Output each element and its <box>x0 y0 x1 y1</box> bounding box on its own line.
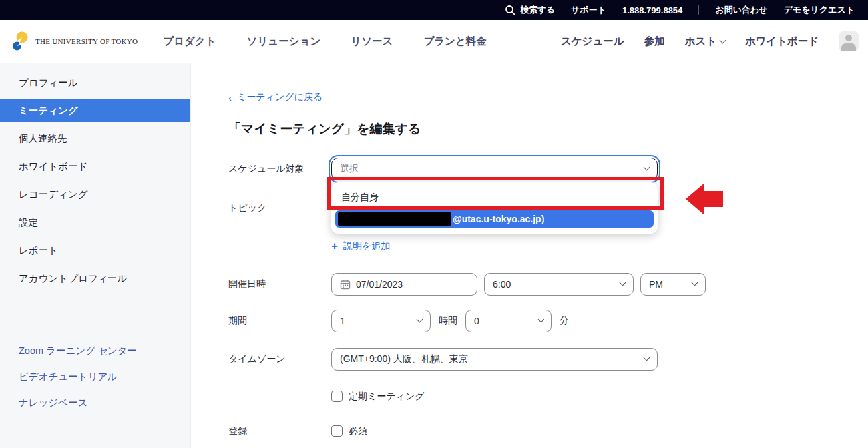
duration-hours-value: 1 <box>340 316 345 326</box>
duration-hours-select[interactable]: 1 <box>331 310 431 332</box>
recurring-row: 定期ミーティング <box>228 391 868 403</box>
schedule-for-value: 選択 <box>340 163 359 175</box>
chevron-down-icon <box>417 316 423 323</box>
chevron-down-icon <box>644 164 650 171</box>
sidebar-item-recordings[interactable]: レコーディング <box>0 183 190 206</box>
ampm-select[interactable]: PM <box>640 273 706 296</box>
registration-row: 登録 必須 <box>228 425 868 437</box>
hours-unit-label: 時間 <box>439 315 457 327</box>
nav-actions: スケジュール 参加 ホスト ホワイトボード <box>561 31 859 51</box>
topbar-link-request-demo[interactable]: デモをリクエスト <box>784 4 855 16</box>
duration-row: 期間 1 時間 0 分 <box>228 310 868 332</box>
nav-action-whiteboard[interactable]: ホワイトボード <box>745 35 819 49</box>
sidebar-item-profile[interactable]: プロフィール <box>0 71 190 94</box>
logo-text: THE UNIVERSITY OF TOKYO <box>35 37 138 45</box>
nav-action-host-label: ホスト <box>685 35 717 49</box>
sidebar-divider <box>17 326 54 326</box>
chevron-down-icon <box>692 280 698 286</box>
calendar-icon <box>340 279 351 290</box>
search-label: 検索する <box>520 4 555 16</box>
dropdown-option-user[interactable]: @utac.u-tokyo.ac.jp) <box>335 210 654 228</box>
redacted-name-box <box>338 212 451 226</box>
sidebar-item-personal-contacts[interactable]: 個人連絡先 <box>0 127 190 150</box>
nav-link-resources[interactable]: リソース <box>351 35 393 49</box>
chevron-left-icon: ‹ <box>228 93 232 103</box>
time-select[interactable]: 6:00 <box>484 273 634 296</box>
university-logo[interactable]: THE UNIVERSITY OF TOKYO <box>11 31 138 52</box>
topbar-phone[interactable]: 1.888.799.8854 <box>622 5 682 15</box>
topbar-link-support[interactable]: サポート <box>571 4 606 16</box>
recurring-checkbox[interactable] <box>331 391 343 402</box>
nav-action-schedule[interactable]: スケジュール <box>561 35 624 49</box>
sidebar-link-knowledge-base[interactable]: ナレッジベース <box>0 397 190 409</box>
schedule-for-row: スケジュール対象 選択 自分自身 @utac.u-tokyo.ac.jp) <box>228 158 868 180</box>
nav-link-plans-pricing[interactable]: プランと料金 <box>423 35 486 49</box>
timezone-row: タイムゾーン (GMT+9:00) 大阪、札幌、東京 <box>228 348 868 371</box>
sidebar-link-video-tutorials[interactable]: ビデオチュートリアル <box>0 371 190 383</box>
when-label: 開催日時 <box>228 278 331 290</box>
sidebar-item-settings[interactable]: 設定 <box>0 211 190 234</box>
top-utility-bar: 検索する サポート 1.888.799.8854 お問い合わせ デモをリクエスト <box>0 0 868 20</box>
chevron-down-icon <box>644 355 650 361</box>
time-value: 6:00 <box>493 279 511 290</box>
sidebar-item-meetings[interactable]: ミーティング <box>0 99 190 122</box>
duration-label: 期間 <box>228 315 331 327</box>
chevron-down-icon <box>538 316 544 323</box>
date-value: 07/01/2023 <box>356 279 403 290</box>
back-to-meetings-link[interactable]: ‹ ミーティングに戻る <box>228 91 322 103</box>
back-link-label: ミーティングに戻る <box>237 91 322 103</box>
schedule-for-select[interactable]: 選択 <box>331 158 658 180</box>
recurring-label: 定期ミーティング <box>349 391 425 403</box>
add-description-row: + 説明を追加 <box>228 240 868 252</box>
search-button[interactable]: 検索する <box>505 4 555 16</box>
primary-nav: プロダクト ソリューション リソース プランと料金 <box>163 35 487 49</box>
add-description-link[interactable]: + 説明を追加 <box>331 240 390 252</box>
timezone-label: タイムゾーン <box>228 353 331 365</box>
main-content: ‹ ミーティングに戻る 「マイミーティング」を編集する スケジュール対象 選択 … <box>191 63 868 448</box>
sidebar-item-reports[interactable]: レポート <box>0 239 190 262</box>
schedule-for-dropdown: 自分自身 @utac.u-tokyo.ac.jp) <box>331 182 658 234</box>
schedule-for-label: スケジュール対象 <box>228 163 331 175</box>
duration-minutes-select[interactable]: 0 <box>465 310 552 332</box>
registration-required-checkbox[interactable] <box>331 425 343 437</box>
add-description-label: 説明を追加 <box>343 240 390 252</box>
edit-meeting-form: スケジュール対象 選択 自分自身 @utac.u-tokyo.ac.jp) <box>228 158 868 437</box>
nav-action-host[interactable]: ホスト <box>685 35 726 49</box>
duration-minutes-value: 0 <box>474 316 479 326</box>
user-avatar[interactable] <box>839 31 859 51</box>
topbar-link-contact[interactable]: お問い合わせ <box>715 4 767 16</box>
plus-icon: + <box>331 240 338 252</box>
ginkgo-leaf-icon <box>11 31 31 52</box>
dropdown-option-myself[interactable]: 自分自身 <box>331 188 658 208</box>
topic-label: トピック <box>228 202 331 214</box>
topbar-divider <box>698 5 699 15</box>
nav-link-solutions[interactable]: ソリューション <box>247 35 321 49</box>
sidebar-item-whiteboard[interactable]: ホワイトボード <box>0 155 190 178</box>
chevron-down-icon <box>720 37 726 43</box>
date-input[interactable]: 07/01/2023 <box>331 273 477 296</box>
when-row: 開催日時 07/01/2023 6:00 <box>228 273 868 296</box>
registration-required-label: 必須 <box>349 425 367 437</box>
timezone-select[interactable]: (GMT+9:00) 大阪、札幌、東京 <box>331 348 658 371</box>
chevron-down-icon <box>620 280 626 286</box>
user-email-suffix: @utac.u-tokyo.ac.jp) <box>453 214 544 224</box>
main-navbar: THE UNIVERSITY OF TOKYO プロダクト ソリューション リソ… <box>0 20 868 63</box>
ampm-value: PM <box>649 279 663 290</box>
sidebar-item-account-profile[interactable]: アカウントプロフィール <box>0 267 190 290</box>
minutes-unit-label: 分 <box>560 315 569 327</box>
timezone-value: (GMT+9:00) 大阪、札幌、東京 <box>340 353 468 365</box>
sidebar: プロフィール ミーティング 個人連絡先 ホワイトボード レコーディング 設定 レ… <box>0 63 191 448</box>
nav-action-join[interactable]: 参加 <box>644 35 665 49</box>
search-icon <box>505 5 516 16</box>
nav-link-products[interactable]: プロダクト <box>163 35 216 49</box>
sidebar-link-learning-center[interactable]: Zoom ラーニング センター <box>0 345 190 357</box>
page-title: 「マイミーティング」を編集する <box>228 120 868 138</box>
registration-label: 登録 <box>228 425 331 437</box>
